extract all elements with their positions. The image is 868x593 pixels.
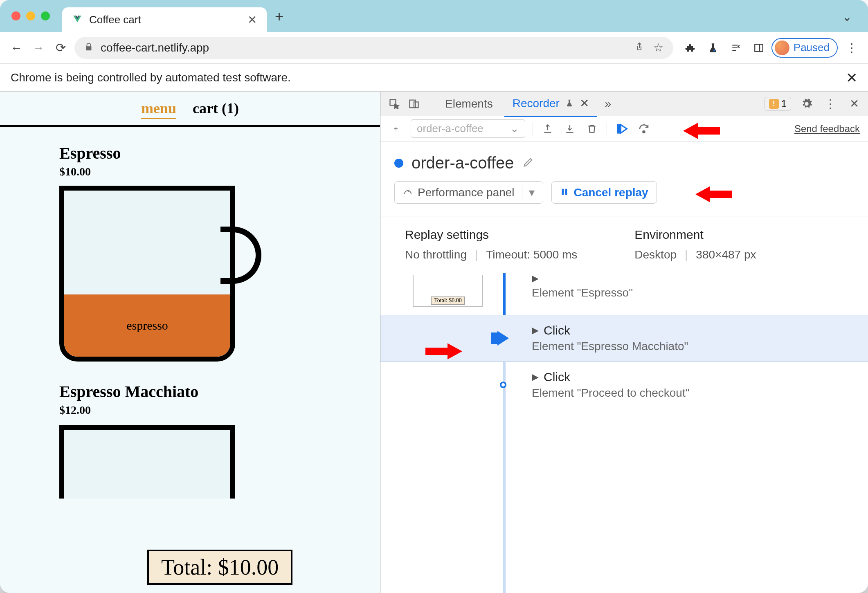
tabs-dropdown-button[interactable]: ⌄	[842, 10, 852, 24]
current-step-marker-icon	[497, 331, 509, 346]
url-input[interactable]: coffee-cart.netlify.app ☆	[74, 37, 673, 59]
reload-button[interactable]: ⟳	[52, 40, 69, 56]
pause-icon	[560, 186, 569, 199]
recording-selector[interactable]: order-a-coffee ⌄	[411, 119, 525, 138]
device-toolbar-icon[interactable]	[406, 96, 422, 112]
url-text: coffee-cart.netlify.app	[101, 41, 209, 54]
back-button[interactable]: ←	[8, 40, 25, 56]
environment-title: Environment	[634, 228, 756, 242]
replay-settings-group: Replay settings No throttling | Timeout:…	[405, 228, 577, 261]
warning-badge[interactable]: ! 1	[765, 97, 791, 111]
warning-icon: !	[769, 99, 779, 109]
svg-rect-13	[565, 189, 567, 195]
env-device: Desktop	[634, 248, 677, 261]
close-panel-button[interactable]: ✕	[580, 97, 589, 110]
settings-icon[interactable]	[798, 96, 815, 112]
page-content: menu cart (1) Espresso $10.00 espresso E…	[0, 92, 380, 593]
throttling-value[interactable]: No throttling	[405, 248, 467, 261]
step-action: Click	[544, 323, 570, 337]
more-tabs-button[interactable]: »	[600, 97, 615, 110]
address-bar: ← → ⟳ coffee-cart.netlify.app ☆ Paused ⋮	[0, 32, 868, 64]
annotation-arrow-icon	[683, 119, 720, 142]
minimize-window-button[interactable]	[26, 11, 35, 20]
profile-status: Paused	[794, 41, 830, 54]
total-badge[interactable]: Total: $10.00	[147, 550, 292, 585]
tab-elements[interactable]: Elements	[437, 92, 501, 116]
step-row[interactable]: ▶Click Element "Espresso Macchiato"	[380, 315, 868, 362]
new-tab-button[interactable]: +	[275, 8, 283, 25]
page-nav: menu cart (1)	[0, 92, 380, 127]
browser-menu-button[interactable]: ⋮	[843, 40, 860, 56]
edit-name-button[interactable]	[522, 157, 534, 170]
banner-close-button[interactable]: ✕	[846, 70, 857, 86]
side-panel-icon[interactable]	[752, 41, 766, 55]
step-marker-icon	[500, 382, 506, 388]
annotation-arrow-icon	[695, 183, 732, 206]
maximize-window-button[interactable]	[41, 11, 50, 20]
product-macchiato: Espresso Macchiato $12.00	[0, 362, 380, 499]
reading-list-icon[interactable]	[729, 41, 743, 55]
flask-icon	[565, 97, 573, 110]
extensions-icon[interactable]	[683, 41, 697, 55]
new-recording-button[interactable]: +	[389, 121, 403, 136]
timeout-value[interactable]: Timeout: 5000 ms	[486, 248, 577, 261]
nav-menu-link[interactable]: menu	[141, 100, 176, 119]
content-area: menu cart (1) Espresso $10.00 espresso E…	[0, 92, 868, 593]
recording-header: order-a-coffee	[380, 142, 868, 181]
environment-group: Environment Desktop | 380×487 px	[634, 228, 756, 261]
caret-right-icon: ▶	[532, 273, 539, 284]
profile-badge[interactable]: Paused	[771, 38, 838, 58]
titlebar: Coffee cart ✕ + ⌄	[0, 0, 868, 32]
step-row[interactable]: Total: $0.00 ▶ Element "Espresso"	[380, 273, 868, 315]
import-icon[interactable]	[562, 121, 577, 136]
step-target: Element "Espresso"	[532, 286, 633, 299]
close-window-button[interactable]	[11, 11, 20, 20]
cancel-replay-button[interactable]: Cancel replay	[551, 181, 657, 204]
step-over-icon[interactable]	[636, 121, 651, 136]
inspect-element-icon[interactable]	[386, 96, 403, 112]
kebab-menu-icon[interactable]: ⋮	[822, 96, 839, 112]
performance-panel-button[interactable]: Performance panel ▾	[394, 181, 543, 204]
send-feedback-link[interactable]: Send feedback	[794, 123, 860, 135]
avatar-icon	[775, 40, 789, 55]
mug-icon[interactable]: espresso	[59, 186, 239, 362]
flask-icon[interactable]	[706, 41, 720, 55]
steps-list: Total: $0.00 ▶ Element "Espresso"	[380, 273, 868, 593]
recorder-toolbar: + order-a-coffee ⌄ Send feedback	[380, 116, 868, 142]
step-row[interactable]: ▶Click Element "Proceed to checkout"	[380, 362, 868, 408]
replay-settings-row: Replay settings No throttling | Timeout:…	[380, 216, 868, 273]
bookmark-icon[interactable]: ☆	[653, 41, 663, 54]
step-thumbnail: Total: $0.00	[413, 275, 483, 307]
automation-banner-text: Chrome is being controlled by automated …	[11, 71, 291, 84]
browser-tab[interactable]: Coffee cart ✕	[62, 7, 267, 32]
delete-icon[interactable]	[585, 121, 599, 136]
warning-count: 1	[781, 98, 787, 110]
chevron-down-icon: ⌄	[510, 122, 519, 135]
devtools: Elements Recorder ✕ » ! 1 ⋮ ✕	[380, 92, 868, 593]
nav-cart-link[interactable]: cart (1)	[193, 100, 239, 119]
step-target: Element "Proceed to checkout"	[532, 386, 690, 400]
replay-icon[interactable]	[614, 121, 629, 136]
traffic-lights	[11, 11, 50, 20]
gauge-icon	[403, 186, 413, 199]
svg-rect-6	[410, 100, 416, 108]
mug-icon[interactable]	[59, 425, 235, 499]
svg-point-10	[643, 131, 645, 133]
product-price: $12.00	[59, 404, 380, 417]
browser-window: Coffee cart ✕ + ⌄ ← → ⟳ coffee-cart.netl…	[0, 0, 868, 593]
close-devtools-button[interactable]: ✕	[846, 96, 862, 112]
share-icon[interactable]	[634, 41, 644, 54]
recording-selector-value: order-a-coffee	[417, 122, 483, 135]
lock-icon	[84, 41, 93, 54]
close-tab-button[interactable]: ✕	[247, 13, 257, 27]
automation-banner: Chrome is being controlled by automated …	[0, 64, 868, 92]
tab-title: Coffee cart	[89, 13, 241, 26]
replay-settings-title: Replay settings	[405, 228, 577, 242]
export-icon[interactable]	[540, 121, 555, 136]
mug-fill-label: espresso	[126, 319, 168, 332]
forward-button[interactable]: →	[30, 40, 47, 56]
svg-rect-3	[755, 44, 763, 51]
tab-recorder[interactable]: Recorder ✕	[504, 92, 598, 117]
vue-favicon-icon	[72, 14, 83, 25]
svg-point-2	[713, 49, 715, 51]
